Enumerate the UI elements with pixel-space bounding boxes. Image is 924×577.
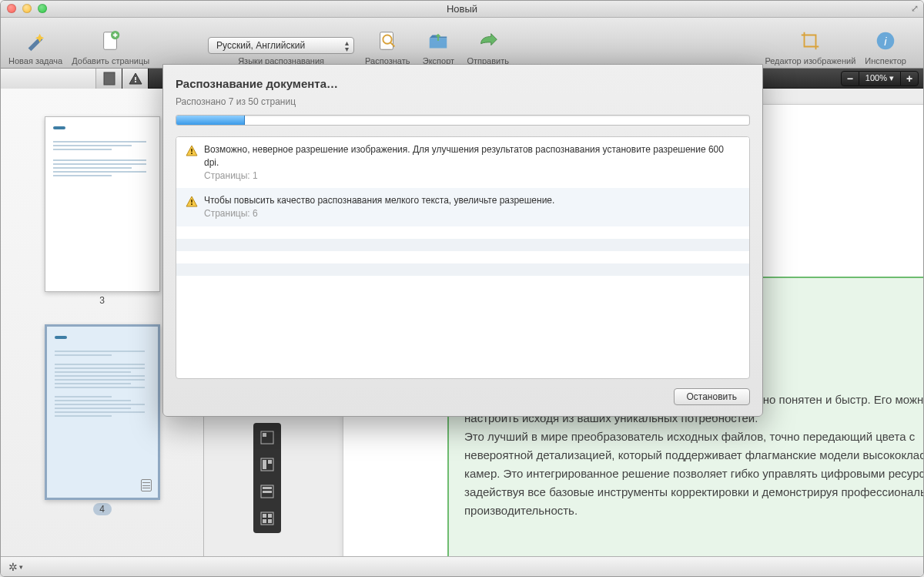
inspector-button[interactable]: i Инспектор	[865, 28, 906, 68]
inspector-label: Инспектор	[865, 56, 906, 65]
warning-row[interactable]: Чтобы повысить качество распознавания ме…	[176, 188, 749, 226]
svg-rect-13	[268, 460, 272, 464]
list-row-empty	[176, 239, 749, 251]
svg-rect-24	[191, 200, 192, 203]
app-window: Новый ⤢ Новая задача Добавить страницы Р…	[0, 0, 924, 577]
svg-rect-22	[191, 149, 192, 152]
language-select[interactable]: Русский, Английский ▴▾	[208, 37, 354, 54]
svg-rect-25	[191, 203, 192, 205]
text-page-icon	[141, 479, 152, 491]
info-icon: i	[872, 28, 899, 54]
chevron-updown-icon: ▴▾	[345, 40, 349, 52]
warning-tab-icon[interactable]	[122, 69, 149, 89]
new-task-button[interactable]: Новая задача	[8, 28, 62, 68]
svg-rect-21	[268, 519, 272, 523]
page-tab-icon[interactable]	[96, 69, 122, 89]
svg-rect-7	[135, 77, 136, 80]
send-arrow-icon	[475, 28, 501, 54]
progress-dialog: Распознавание документа… Распознано 7 из…	[162, 64, 763, 417]
wand-icon	[22, 28, 49, 54]
list-row-empty	[176, 276, 749, 288]
footer-bar: ✲▾	[1, 556, 923, 576]
page-number-selected: 4	[93, 503, 112, 515]
layout1-icon[interactable]	[255, 424, 280, 451]
minimize-icon[interactable]	[22, 4, 32, 13]
warning-pages: Страницы: 1	[204, 169, 740, 183]
dialog-subtitle: Распознано 7 из 50 страниц	[176, 96, 750, 107]
warning-icon	[186, 196, 198, 208]
warning-row[interactable]: Возможно, неверное разрешение изображени…	[176, 137, 749, 188]
svg-rect-8	[135, 81, 136, 82]
image-editor-label: Редактор изображений	[765, 56, 855, 65]
add-pages-button[interactable]: Добавить страницы	[72, 28, 149, 68]
warning-pages: Страницы: 6	[204, 207, 554, 220]
vertical-toolbar	[253, 423, 281, 533]
folder-export-icon	[425, 28, 451, 54]
stop-button[interactable]: Остановить	[674, 388, 751, 405]
svg-rect-18	[263, 514, 266, 518]
warning-text: Чтобы повысить качество распознавания ме…	[204, 194, 554, 207]
add-page-icon	[98, 28, 124, 54]
zoom-icon[interactable]	[38, 4, 47, 13]
progress-fill	[176, 116, 245, 125]
warning-icon	[186, 145, 198, 157]
gear-icon: ✲	[8, 561, 18, 573]
layout2-icon[interactable]	[255, 451, 280, 478]
traffic-lights	[7, 4, 47, 13]
dialog-title: Распознавание документа…	[176, 77, 750, 90]
close-icon[interactable]	[7, 4, 16, 13]
gear-menu-button[interactable]: ✲▾	[8, 561, 23, 573]
magnifier-page-icon	[374, 28, 400, 54]
zoom-in-button[interactable]: +	[900, 71, 919, 86]
svg-rect-19	[268, 514, 272, 518]
list-row-empty	[176, 226, 749, 239]
layout3-icon[interactable]	[255, 478, 280, 505]
layout4-icon[interactable]	[255, 505, 280, 532]
svg-rect-23	[191, 153, 192, 154]
send-button[interactable]: Отправить	[467, 28, 509, 68]
fullscreen-icon[interactable]: ⤢	[911, 3, 919, 14]
page-thumbnail-selected[interactable]	[45, 324, 160, 500]
export-button[interactable]: Экспорт	[419, 28, 457, 68]
add-pages-label: Добавить страницы	[72, 56, 149, 65]
title-bar: Новый ⤢	[1, 1, 923, 18]
warning-text: Возможно, неверное разрешение изображени…	[204, 143, 740, 169]
zoom-out-button[interactable]: −	[841, 71, 859, 86]
list-row-empty	[176, 263, 749, 276]
zoom-level[interactable]: 100% ▾	[859, 71, 900, 86]
svg-rect-15	[263, 487, 272, 489]
svg-rect-12	[263, 460, 266, 469]
new-task-label: Новая задача	[8, 56, 62, 65]
page-thumbnail[interactable]	[45, 116, 160, 292]
language-group: Русский, Английский ▴▾ Языки распознаван…	[208, 37, 354, 65]
svg-rect-20	[263, 519, 266, 523]
progress-bar	[176, 115, 750, 126]
language-selected: Русский, Английский	[216, 40, 305, 51]
svg-rect-10	[263, 433, 266, 437]
zoom-control: − 100% ▾ +	[841, 71, 919, 86]
image-editor-button[interactable]: Редактор изображений	[765, 28, 855, 68]
list-row-empty	[176, 251, 749, 263]
window-title: Новый	[1, 3, 923, 15]
toolbar: Новая задача Добавить страницы Русский, …	[1, 18, 923, 69]
warning-list: Возможно, неверное разрешение изображени…	[176, 136, 750, 379]
crop-icon	[797, 28, 823, 54]
svg-rect-16	[263, 491, 272, 493]
svg-rect-6	[104, 72, 115, 85]
recognize-button[interactable]: Распознать	[365, 28, 410, 68]
